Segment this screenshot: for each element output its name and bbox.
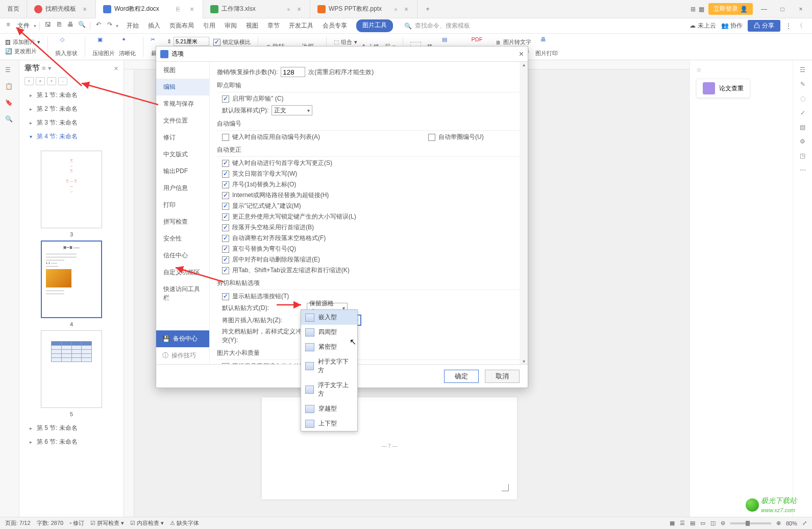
pic-print-button[interactable]: 🖶图片打印	[535, 36, 558, 57]
structure-icon[interactable]: ☰	[5, 66, 14, 76]
chk-autolist[interactable]	[222, 134, 229, 141]
nav-settings-icon[interactable]: ≡	[42, 64, 46, 72]
lockratio-checkbox[interactable]	[213, 39, 220, 46]
dlg-side-security[interactable]: 安全性	[156, 230, 209, 247]
dd-item-behind[interactable]: 衬于文字下方	[301, 354, 357, 378]
ribtab-dev[interactable]: 开发工具	[289, 19, 313, 32]
tab-new[interactable]: ＋	[417, 0, 438, 18]
ok-button[interactable]: 确定	[444, 370, 479, 383]
chk-au3[interactable]	[222, 192, 229, 199]
chk-clicktype[interactable]	[222, 95, 229, 103]
savecopy-icon[interactable]: 🖹	[54, 21, 64, 31]
rr-4[interactable]: ✓	[800, 109, 805, 116]
change-picture-button[interactable]: 🔄更改图片	[5, 47, 40, 55]
tab-home[interactable]: 首页	[0, 0, 27, 18]
ribtab-ref[interactable]: 引用	[203, 19, 215, 32]
minimize-icon[interactable]: —	[757, 2, 771, 16]
dialog-scrollbar[interactable]	[520, 62, 528, 364]
dlg-side-fileloc[interactable]: 文件位置	[156, 112, 209, 129]
rr-5[interactable]: ▤	[800, 124, 805, 131]
chk-au7[interactable]	[222, 235, 229, 242]
tips-button[interactable]: ⓘ操作技巧	[156, 347, 209, 364]
thumb-page-3[interactable]: 三○三三 — 三—○	[41, 151, 102, 228]
navbtn-4[interactable]: -	[58, 77, 67, 85]
dd-item-front[interactable]: 浮于文字上方	[301, 378, 357, 401]
close-icon[interactable]: ×	[81, 6, 88, 13]
rr-7[interactable]: ◳	[800, 152, 805, 159]
nav-item-6[interactable]: ▸第 6 节: 未命名	[19, 435, 124, 449]
more-icon[interactable]: ⋮	[785, 22, 792, 30]
pane-close-icon[interactable]: ☆	[696, 66, 806, 74]
chk-circle[interactable]	[428, 134, 435, 141]
dlg-side-save[interactable]: 常规与保存	[156, 95, 209, 112]
status-page[interactable]: 页面: 7/12	[5, 519, 31, 527]
share-button[interactable]: 凸 分享	[748, 20, 780, 32]
nav-item-4[interactable]: ▾第 4 节: 未命名	[19, 130, 124, 143]
essay-check-button[interactable]: 论文查重	[696, 79, 750, 98]
dlg-side-print[interactable]: 打印	[156, 197, 209, 213]
search-icon[interactable]: 🔍	[5, 115, 14, 125]
status-revise[interactable]: ▫ 修订	[69, 519, 84, 527]
ribtab-view[interactable]: 视图	[246, 19, 258, 32]
save-icon[interactable]: 🖫	[43, 21, 53, 31]
dlg-side-customize[interactable]: 自定义功能区	[156, 264, 209, 281]
view-outline-icon[interactable]: ☰	[680, 520, 685, 526]
rr-8[interactable]: ⋯	[800, 166, 806, 174]
dlg-side-user[interactable]: 用户信息	[156, 180, 209, 197]
ribtab-begin[interactable]: 开始	[127, 19, 139, 32]
dlg-side-trust[interactable]: 信任中心	[156, 247, 209, 264]
nav-item-2[interactable]: ▸第 2 节: 未命名	[19, 102, 124, 116]
window-close-icon[interactable]: ×	[794, 2, 808, 16]
command-search[interactable]: 查找命令、搜索模板	[415, 21, 470, 30]
tab-word-doc[interactable]: Word教程2.docx ⎘ ×	[96, 0, 203, 18]
bookmark-icon[interactable]: 🔖	[5, 99, 14, 108]
close-icon[interactable]: ×	[188, 6, 195, 13]
status-words[interactable]: 字数: 2870	[37, 519, 64, 527]
chevron-down-icon[interactable]: ▾	[34, 23, 36, 29]
zoom-in-icon[interactable]: ⊕	[776, 520, 781, 526]
dd-item-tight[interactable]: 紧密型	[301, 340, 357, 354]
chk-au5[interactable]	[222, 213, 229, 221]
status-spell[interactable]: ☑ 拼写检查 ▾	[90, 519, 124, 527]
grid1-icon[interactable]: ⊞	[691, 6, 696, 13]
nav-item-3[interactable]: ▸第 3 节: 未命名	[19, 116, 124, 130]
chk-au1[interactable]	[222, 171, 229, 178]
dlg-side-chinese[interactable]: 中文版式	[156, 146, 209, 163]
clipboard-icon[interactable]: 📋	[5, 83, 14, 92]
chk-showpaste[interactable]	[222, 293, 229, 300]
pin-icon[interactable]: ⎘	[176, 6, 183, 13]
nav-item-5[interactable]: ▸第 5 节: 未命名	[19, 421, 124, 435]
dialog-close-icon[interactable]: ×	[519, 50, 524, 59]
preview-icon[interactable]: 🔍	[77, 21, 87, 31]
nav-item-1[interactable]: ▸第 1 节: 未命名	[19, 88, 124, 102]
file-menu[interactable]: 文件	[14, 19, 33, 32]
dd-item-topbottom[interactable]: 上下型	[301, 416, 357, 431]
navbtn-2[interactable]: ×	[36, 77, 45, 85]
view-read-icon[interactable]: ▭	[700, 520, 705, 526]
view-web-icon[interactable]: ▤	[690, 520, 695, 526]
maximize-icon[interactable]: □	[775, 2, 790, 16]
ruler-vertical[interactable]	[124, 69, 134, 517]
expand-icon[interactable]: ⤢	[802, 520, 807, 526]
chk-au8[interactable]	[222, 246, 229, 253]
backup-center-button[interactable]: 💾备份中心	[156, 330, 209, 347]
collab-button[interactable]: 👥 协作	[721, 21, 743, 30]
grid2-icon[interactable]: ▦	[699, 6, 704, 13]
dd-item-square[interactable]: 四周型	[301, 325, 357, 340]
chk-nocompress[interactable]	[222, 363, 229, 365]
chk-au6[interactable]	[222, 224, 229, 231]
add-picture-button[interactable]: 🖼添加图片 ▾	[5, 38, 40, 46]
cancel-button[interactable]: 取消	[485, 370, 520, 383]
chk-au4[interactable]	[222, 203, 229, 210]
chk-au0[interactable]	[222, 160, 229, 167]
rr-2[interactable]: ✎	[800, 81, 805, 88]
ribtab-vip[interactable]: 会员专享	[323, 19, 347, 32]
undo-steps-input[interactable]	[281, 67, 305, 77]
compress-button[interactable]: ▣压缩图片	[92, 36, 115, 57]
clarity-button[interactable]: ✦清晰化	[119, 36, 136, 57]
dlg-side-qat[interactable]: 快速访问工具栏	[156, 281, 209, 306]
chk-au10[interactable]	[222, 267, 229, 274]
pic-to-text-button[interactable]: 🗎图片转文字	[496, 38, 531, 46]
insert-shape-button[interactable]: ◇插入形状	[55, 36, 78, 57]
ribtab-chapter[interactable]: 章节	[267, 19, 280, 32]
